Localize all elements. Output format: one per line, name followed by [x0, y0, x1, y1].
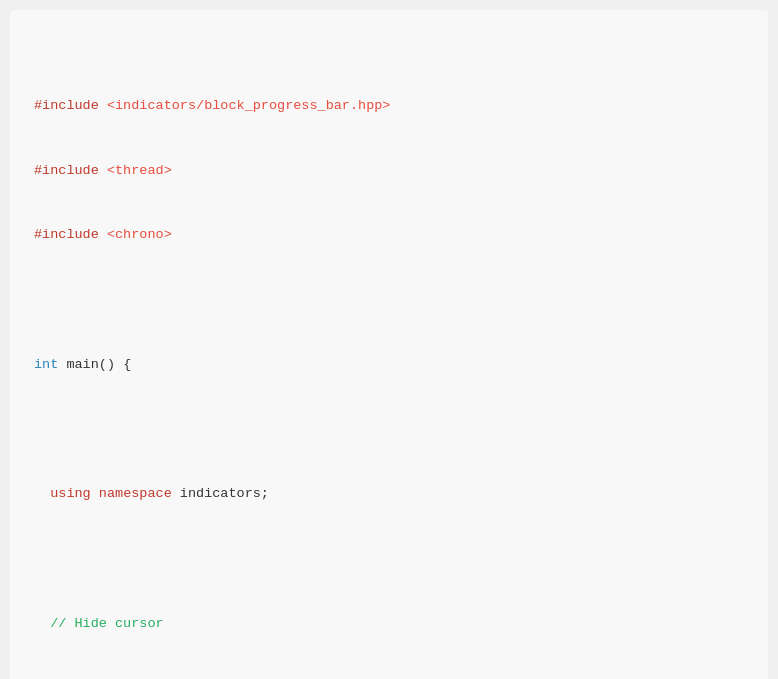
code-line-4	[34, 289, 744, 311]
code-block: #include <indicators/block_progress_bar.…	[34, 30, 744, 679]
code-line-2: #include <thread>	[34, 160, 744, 182]
code-container: 🔒 anxz.com #include <indicators/block_pr…	[10, 10, 768, 679]
code-line-3: #include <chrono>	[34, 224, 744, 246]
code-line-9: // Hide cursor	[34, 613, 744, 635]
code-line-1: #include <indicators/block_progress_bar.…	[34, 95, 744, 117]
code-line-6	[34, 419, 744, 441]
code-line-8	[34, 548, 744, 570]
code-line-7: using namespace indicators;	[34, 483, 744, 505]
code-line-5: int main() {	[34, 354, 744, 376]
